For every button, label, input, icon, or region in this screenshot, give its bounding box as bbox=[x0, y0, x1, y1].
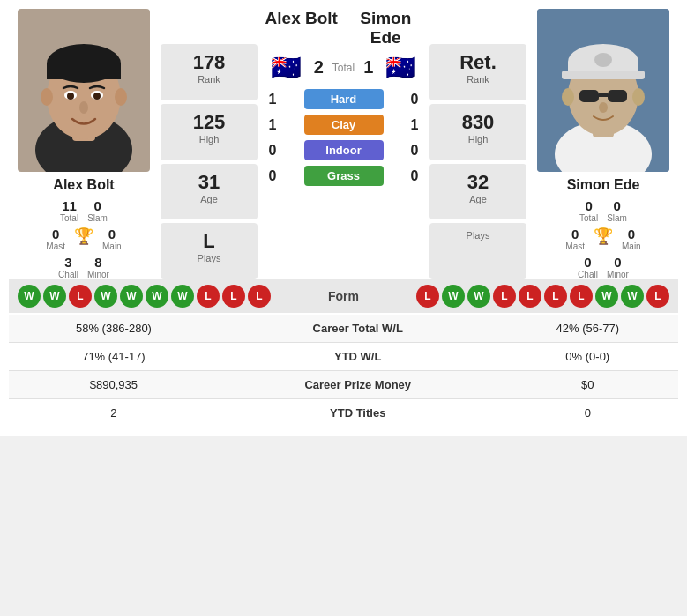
left-slam-cell: 0 Slam bbox=[87, 198, 108, 223]
left-rank-val: 178 bbox=[193, 51, 226, 74]
form-badge-8: W bbox=[621, 285, 644, 308]
form-badge-2: W bbox=[467, 285, 490, 308]
form-badge-9: L bbox=[248, 285, 271, 308]
stats-table: 58% (386-280)Career Total W/L42% (56-77)… bbox=[9, 315, 678, 427]
right-minor-lbl: Minor bbox=[607, 270, 629, 279]
form-badge-8: L bbox=[222, 285, 245, 308]
right-high-val: 830 bbox=[462, 111, 495, 134]
left-player-name: Alex Bolt bbox=[53, 177, 114, 193]
left-stats-row1: 11 Total 0 Slam bbox=[60, 198, 108, 223]
left-chall-lbl: Chall bbox=[58, 270, 78, 279]
court-right-num-grass: 0 bbox=[401, 168, 428, 184]
left-total-cell: 11 Total bbox=[60, 198, 78, 223]
form-badge-0: L bbox=[416, 285, 439, 308]
stats-row-1: 71% (41-17)YTD W/L0% (0-0) bbox=[9, 343, 678, 371]
form-badge-4: L bbox=[519, 285, 541, 308]
left-chall-cell: 3 Chall bbox=[58, 255, 78, 279]
svg-point-8 bbox=[67, 93, 74, 100]
court-right-num-clay: 1 bbox=[401, 117, 428, 133]
form-label: Form bbox=[328, 289, 359, 303]
right-age-box: 32 Age bbox=[429, 164, 526, 220]
right-age-val: 32 bbox=[467, 171, 489, 194]
right-slam-val: 0 bbox=[613, 198, 620, 213]
left-minor-cell: 8 Minor bbox=[87, 255, 109, 279]
left-trophy-icon: 🏆 bbox=[74, 226, 93, 246]
form-badge-6: L bbox=[570, 285, 593, 308]
totals-center: 2 Total 1 bbox=[314, 57, 374, 78]
left-flag-wrap: 🇦🇺 bbox=[259, 53, 314, 82]
left-total-val: 11 bbox=[62, 198, 77, 213]
left-name-header: Alex Bolt bbox=[259, 9, 344, 48]
svg-rect-22 bbox=[608, 90, 627, 102]
right-trophy-cell: 🏆 bbox=[594, 226, 613, 251]
svg-point-26 bbox=[632, 88, 645, 106]
court-badge-hard: Hard bbox=[304, 89, 384, 109]
court-left-num-hard: 1 bbox=[259, 92, 286, 108]
left-age-box: 31 Age bbox=[161, 164, 258, 220]
right-flag-wrap: 🇦🇺 bbox=[373, 53, 428, 82]
stats-right-2: $0 bbox=[497, 371, 678, 399]
left-flag: 🇦🇺 bbox=[271, 53, 302, 82]
stats-left-2: $890,935 bbox=[9, 371, 219, 399]
right-rank-lbl: Rank bbox=[467, 74, 489, 85]
form-section: WWLWWWWLLL Form LWWLLLLWWL bbox=[9, 279, 678, 313]
left-plays-box: L Plays bbox=[161, 223, 258, 279]
form-badge-4: W bbox=[120, 285, 143, 308]
left-high-val: 125 bbox=[193, 111, 226, 134]
left-player-bottom: 11 Total 0 Slam 0 Mast 🏆 bbox=[9, 198, 159, 279]
svg-point-24 bbox=[594, 53, 612, 67]
svg-point-25 bbox=[562, 88, 574, 106]
top-layout: Alex Bolt 11 Total 0 Slam 0 Mast bbox=[9, 9, 678, 279]
svg-point-9 bbox=[93, 93, 101, 100]
court-badge-clay: Clay bbox=[304, 115, 384, 135]
left-player-column: Alex Bolt 11 Total 0 Slam 0 Mast bbox=[9, 9, 159, 279]
stats-row-2: $890,935Career Prize Money$0 bbox=[9, 371, 678, 399]
right-player-photo bbox=[537, 9, 669, 172]
right-plays-lbl: Plays bbox=[467, 230, 490, 241]
right-mast-lbl: Mast bbox=[565, 241, 585, 251]
right-player-name: Simon Ede bbox=[567, 177, 640, 193]
stats-row-0: 58% (386-280)Career Total W/L42% (56-77) bbox=[9, 315, 678, 343]
court-badge-indoor: Indoor bbox=[304, 140, 384, 160]
form-badge-5: L bbox=[544, 285, 567, 308]
left-stats-row3: 3 Chall 8 Minor bbox=[58, 255, 109, 279]
left-mast-val: 0 bbox=[52, 226, 59, 241]
left-rank-box: 178 Rank bbox=[161, 44, 258, 100]
form-badge-0: W bbox=[18, 285, 41, 308]
right-high-box: 830 High bbox=[429, 104, 526, 160]
main-container: Alex Bolt 11 Total 0 Slam 0 Mast bbox=[0, 0, 687, 436]
left-minor-val: 8 bbox=[94, 255, 101, 270]
stats-row-3: 2YTD Titles0 bbox=[9, 399, 678, 427]
left-slam-lbl: Slam bbox=[87, 213, 108, 223]
left-age-lbl: Age bbox=[200, 194, 218, 204]
names-row: Alex Bolt Simon Ede bbox=[259, 9, 428, 48]
center-column: Alex Bolt Simon Ede 🇦🇺 2 Total 1 🇦🇺 bbox=[259, 9, 428, 279]
right-mast-val: 0 bbox=[571, 226, 579, 241]
court-left-num-indoor: 0 bbox=[259, 143, 286, 159]
left-slam-val: 0 bbox=[93, 198, 101, 213]
svg-point-12 bbox=[115, 88, 127, 106]
flags-totals-row: 🇦🇺 2 Total 1 🇦🇺 bbox=[259, 53, 428, 82]
total-right-num: 1 bbox=[363, 57, 373, 78]
stats-label-3: YTD Titles bbox=[219, 399, 497, 427]
stats-right-1: 0% (0-0) bbox=[497, 343, 678, 371]
stats-left-1: 71% (41-17) bbox=[9, 343, 219, 371]
court-badge-grass: Grass bbox=[304, 166, 384, 186]
right-minor-cell: 0 Minor bbox=[607, 255, 629, 279]
svg-rect-20 bbox=[562, 71, 645, 79]
svg-rect-5 bbox=[47, 63, 121, 79]
svg-point-11 bbox=[41, 88, 53, 106]
right-slam-lbl: Slam bbox=[607, 213, 627, 223]
right-plays-box: Plays bbox=[429, 223, 526, 279]
left-stat-boxes: 178 Rank 125 High 31 Age L Plays bbox=[161, 9, 258, 279]
left-rank-lbl: Rank bbox=[198, 74, 220, 85]
right-slam-cell: 0 Slam bbox=[607, 198, 627, 223]
form-badge-5: W bbox=[146, 285, 168, 308]
left-plays-val: L bbox=[203, 230, 214, 253]
stats-right-3: 0 bbox=[497, 399, 678, 427]
left-minor-lbl: Minor bbox=[87, 270, 109, 279]
right-total-lbl: Total bbox=[579, 213, 598, 223]
svg-point-27 bbox=[599, 102, 608, 113]
left-form-badges: WWLWWWWLLL bbox=[18, 285, 271, 308]
form-badge-7: W bbox=[595, 285, 618, 308]
